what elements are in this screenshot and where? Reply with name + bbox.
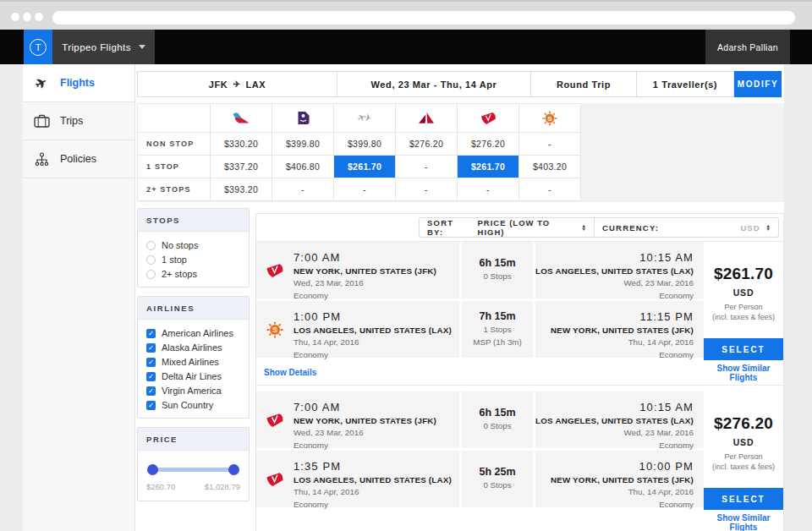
matrix-cell[interactable]: $403.20: [519, 156, 580, 178]
checkbox-checked-icon[interactable]: ✓: [146, 401, 156, 410]
modify-button[interactable]: MODIFY: [734, 71, 782, 97]
matrix-cell[interactable]: $276.20: [458, 133, 518, 155]
travellers-field[interactable]: 1 Traveller(s): [636, 71, 734, 97]
matrix-cell[interactable]: -: [519, 178, 580, 200]
matrix-cell[interactable]: $393.20: [211, 178, 272, 200]
departure-station: NEW YORK, UNITED STATES (JFK): [294, 416, 459, 425]
fare-currency: USD: [733, 287, 754, 298]
currency-select[interactable]: CURRENCY: USD ▲▼: [595, 218, 778, 237]
sidebar-item-trips[interactable]: Trips: [23, 102, 134, 140]
matrix-cell[interactable]: -: [272, 178, 333, 200]
leg-stops: 1 Stops: [483, 324, 511, 336]
select-button[interactable]: SELECT: [704, 488, 783, 510]
updown-arrows-icon: ▲▼: [766, 224, 771, 232]
window-close-button[interactable]: [11, 13, 19, 21]
address-bar[interactable]: [52, 11, 795, 25]
matrix-cell[interactable]: -: [396, 156, 457, 178]
trippeo-logo[interactable]: T: [24, 30, 52, 64]
matrix-cell[interactable]: -: [458, 178, 518, 200]
radio-unchecked-icon[interactable]: [146, 270, 156, 279]
price-matrix-section: ✈✈ S NON STOP $330.20 $399.80 $399.80 $2…: [137, 103, 784, 202]
radio-unchecked-icon[interactable]: [146, 241, 156, 250]
window-minimize-button[interactable]: [23, 13, 31, 21]
delta-air-lines-logo-icon[interactable]: [396, 104, 457, 132]
window-zoom-button[interactable]: [35, 13, 43, 21]
leg-stops: 0 Stops: [483, 271, 511, 282]
sidebar-item-label: Trips: [60, 115, 83, 127]
cabin-class: Economy: [535, 349, 694, 362]
option-label: Mixed Airlines: [162, 357, 219, 367]
slider-handle-min[interactable]: [147, 464, 158, 475]
matrix-cell[interactable]: $406.80: [272, 156, 333, 178]
arrival-time: 10:00 PM: [535, 460, 694, 473]
matrix-row-label: 2+ STOPS: [138, 178, 210, 200]
slider-handle-max[interactable]: [228, 464, 239, 475]
arrival-time: 11:15 PM: [535, 310, 694, 323]
airline-option-american[interactable]: ✓ American Airlines: [146, 328, 240, 338]
departure-station: LOS ANGELES, UNITED STATES (LAX): [294, 326, 459, 335]
matrix-cell[interactable]: -: [519, 133, 580, 155]
results-panel: SORT BY: PRICE (LOW TO HIGH) ▲▼ CURRENCY…: [255, 213, 784, 531]
stops-option-2plus-stops[interactable]: 2+ stops: [146, 269, 240, 279]
destination-code: LAX: [245, 79, 266, 90]
airline-option-sun-country[interactable]: ✓ Sun Country: [146, 400, 240, 410]
stops-option-no-stops[interactable]: No stops: [146, 240, 240, 250]
checkbox-checked-icon[interactable]: ✓: [146, 372, 156, 381]
checkbox-checked-icon[interactable]: ✓: [146, 329, 156, 338]
option-label: Sun Country: [162, 400, 213, 410]
departure-station: LOS ANGELES, UNITED STATES (LAX): [294, 475, 459, 484]
trip-type-field[interactable]: Round Trip: [530, 71, 637, 97]
matrix-cell-selected[interactable]: $261.70: [334, 156, 395, 178]
matrix-cell[interactable]: $399.80: [272, 133, 333, 155]
checkbox-checked-icon[interactable]: ✓: [146, 343, 156, 353]
matrix-cell-selected[interactable]: $261.70: [458, 156, 518, 178]
stops-option-1-stop[interactable]: 1 stop: [146, 255, 240, 265]
radio-unchecked-icon[interactable]: [146, 255, 156, 265]
sidebar-item-policies[interactable]: Policies: [23, 140, 134, 178]
alaska-airlines-logo-icon[interactable]: [272, 104, 333, 132]
checkbox-checked-icon[interactable]: ✓: [146, 386, 156, 396]
app-switcher[interactable]: Trippeo Flights: [52, 30, 155, 64]
matrix-cell[interactable]: -: [396, 178, 457, 200]
browser-chrome: [0, 0, 812, 30]
matrix-cell[interactable]: $276.20: [396, 133, 457, 155]
matrix-cell[interactable]: $337.20: [211, 156, 272, 178]
show-similar-flights-link[interactable]: Show Similar Flights: [704, 513, 783, 531]
leg-duration: 5h 25m: [479, 466, 515, 478]
sort-by-label: SORT BY:: [427, 218, 471, 237]
airline-option-virgin[interactable]: ✓ Virgin America: [146, 386, 240, 396]
flight-leg-return: 1:35 PM LOS ANGELES, UNITED STATES (LAX)…: [256, 451, 704, 507]
price-range-slider[interactable]: [148, 464, 239, 475]
show-similar-flights-link[interactable]: Show Similar Flights: [704, 364, 783, 382]
show-details-link[interactable]: Show Details: [264, 368, 316, 377]
user-menu[interactable]: Adarsh Pallian: [705, 30, 790, 64]
checkbox-checked-icon[interactable]: ✓: [146, 358, 156, 367]
matrix-cell[interactable]: $330.20: [211, 133, 272, 155]
option-label: Alaska Airlines: [162, 342, 222, 353]
departure-time: 7:00 AM: [294, 401, 459, 413]
brand-label: Trippeo Flights: [62, 42, 131, 52]
app-window: T Trippeo Flights Adarsh Pallian ✈ Fligh…: [0, 0, 812, 531]
matrix-cell[interactable]: -: [334, 178, 395, 200]
sun-country-logo-icon[interactable]: S: [519, 104, 580, 132]
matrix-cell[interactable]: $399.80: [334, 133, 395, 155]
airline-option-mixed[interactable]: ✓ Mixed Airlines: [146, 357, 240, 367]
american-airlines-logo-icon[interactable]: [211, 104, 272, 132]
arrival-station: NEW YORK, UNITED STATES (JFK): [535, 475, 694, 484]
per-person-label: Per Person: [724, 303, 762, 311]
virgin-america-logo-icon: [256, 242, 294, 298]
search-summary-bar: JFK ✈ LAX Wed, 23 Mar - Thu, 14 Apr Roun…: [137, 71, 782, 97]
arrival-time: 10:15 AM: [535, 401, 694, 413]
sort-by-select[interactable]: SORT BY: PRICE (LOW TO HIGH) ▲▼: [420, 218, 595, 237]
matrix-row-label: 1 STOP: [138, 156, 210, 178]
mixed-airlines-logo-icon[interactable]: ✈✈: [334, 104, 395, 132]
route-field[interactable]: JFK ✈ LAX: [137, 71, 337, 97]
sidebar-item-flights[interactable]: ✈ Flights: [23, 64, 134, 102]
select-button[interactable]: SELECT: [704, 338, 783, 360]
dates-field[interactable]: Wed, 23 Mar - Thu, 14 Apr: [337, 71, 531, 97]
airline-option-delta[interactable]: ✓ Delta Air Lines: [146, 371, 240, 381]
airlines-filter-title: AIRLINES: [138, 297, 249, 320]
matrix-row-label: NON STOP: [138, 133, 210, 155]
airline-option-alaska[interactable]: ✓ Alaska Airlines: [146, 342, 240, 353]
virgin-america-logo-icon[interactable]: [458, 104, 518, 132]
